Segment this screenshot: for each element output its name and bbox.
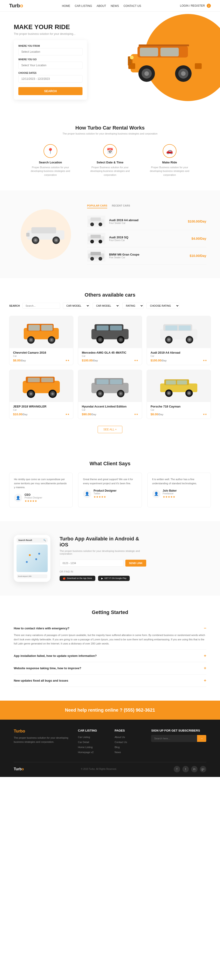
- author-role-3: Freelancer: [163, 492, 177, 495]
- app-store-badge[interactable]: 🍎 Download on the App Store: [60, 576, 95, 581]
- cars-search-input[interactable]: [22, 303, 60, 309]
- choose-rating-select[interactable]: CHOOSE RATING: [147, 302, 179, 309]
- social-googleplus-icon[interactable]: g+: [200, 766, 206, 772]
- car-card-5: Hyundai Accent Limited Edition Car $90.0…: [78, 370, 142, 419]
- app-desc: The proper business solution for your de…: [60, 550, 146, 555]
- login-link[interactable]: LOGIN / REGISTER: [180, 4, 205, 7]
- footer-logo: Turbo: [14, 729, 69, 733]
- car-card-img-3: [147, 316, 210, 348]
- svg-point-80: [51, 393, 54, 395]
- car-thumb-1: [87, 216, 105, 227]
- svg-rect-38: [91, 252, 101, 255]
- faq-toggle-4: +: [204, 678, 206, 683]
- car-card-img-6: [147, 370, 210, 402]
- nav-home[interactable]: HOME: [62, 4, 70, 8]
- map-dot-4: [38, 553, 40, 555]
- from-label: WHERE YOU FROM: [18, 45, 83, 47]
- car-card-footer-4: $10.00/Day ★★: [13, 412, 69, 416]
- faq-question-text-4: New updates fixed all bugs and issues: [14, 679, 68, 682]
- see-all-button[interactable]: SEE ALL +: [97, 426, 123, 433]
- testimonial-author-2: 👤 Product Designer Twitter ★★★★★: [83, 489, 137, 498]
- nav-contact[interactable]: CONTACT US: [124, 4, 141, 8]
- social-linkedin-icon[interactable]: in: [191, 766, 198, 772]
- cta-text: Need help renting online ? (555) 962-362…: [14, 708, 206, 713]
- nav-about[interactable]: ABOUT: [97, 4, 106, 8]
- newsletter-input[interactable]: [151, 735, 197, 742]
- social-twitter-icon[interactable]: t: [182, 766, 189, 772]
- apple-icon: 🍎: [63, 577, 65, 580]
- footer-link-about[interactable]: About Us: [115, 736, 125, 738]
- car-card-stars-4: ★★: [65, 413, 69, 415]
- car-card-img-2: [78, 316, 142, 348]
- step2-desc: Proper Business solution for your develo…: [87, 165, 133, 177]
- svg-rect-84: [110, 379, 122, 384]
- footer-link-car-listing[interactable]: Car Listing: [78, 736, 90, 738]
- car-card-type-3: Car: [151, 355, 207, 357]
- svg-rect-94: [177, 380, 187, 385]
- footer-link-homepage-v2[interactable]: Homepage v2: [78, 751, 94, 754]
- step1-title: Search Location: [27, 161, 73, 164]
- svg-point-90: [120, 393, 122, 395]
- faq-question-2[interactable]: App installation failed, how to update s…: [14, 654, 206, 658]
- to-input[interactable]: [18, 62, 83, 69]
- faq-item-2: App installation failed, how to update s…: [14, 650, 206, 662]
- faq-question-4[interactable]: New updates fixed all bugs and issues +: [14, 678, 206, 683]
- car-card-body-2: Mercedes-AMG GLA 45 4MATIC Car $100.00/D…: [78, 348, 142, 365]
- author-info-3: Julo Baker Freelancer ★★★★★: [163, 489, 177, 498]
- tab-recent-cars[interactable]: RECENT CARS: [112, 204, 130, 208]
- footer-link-news[interactable]: News: [115, 751, 121, 754]
- map-dot-3: [26, 561, 28, 563]
- faq-question-text-3: Website response taking time, how to imp…: [14, 667, 81, 670]
- dates-input[interactable]: [18, 75, 83, 83]
- to-group: WHERE YOU GO: [18, 58, 83, 69]
- car-model-select-2[interactable]: CAR MODEL: [92, 302, 120, 309]
- search-button[interactable]: SEARCH: [18, 87, 83, 95]
- faq-question-1[interactable]: How to contact riders with emergency? −: [14, 626, 206, 631]
- app-phone-field[interactable]: [60, 560, 124, 566]
- svg-point-31: [90, 223, 94, 226]
- cart-badge[interactable]: 2: [207, 4, 211, 8]
- how-step-2: 📅 Select Date & Time Proper Business sol…: [87, 144, 133, 177]
- how-works-title: How Turbo Car Rental Works: [9, 125, 211, 131]
- car-card-footer-3: $100.00/Day ★★: [151, 359, 207, 362]
- car-model-select-1[interactable]: CAR MODEL: [63, 302, 90, 309]
- nav-news[interactable]: NEWS: [111, 4, 119, 8]
- footer-link-blog[interactable]: Blog: [115, 746, 120, 749]
- select-date-icon: 📅: [103, 144, 117, 158]
- rating-select[interactable]: RATING: [123, 302, 144, 309]
- tab-popular-cars[interactable]: POPULAR CARS: [87, 204, 107, 208]
- footer: Turbo The proper business solution for y…: [0, 720, 220, 777]
- footer-link-car-detail[interactable]: Car Detail: [78, 741, 89, 743]
- car-card-body-5: Hyundai Accent Limited Edition Car $90.0…: [78, 402, 142, 419]
- social-facebook-icon[interactable]: f: [174, 766, 180, 772]
- car-card-footer-1: $8.00/Day ★★: [13, 359, 69, 362]
- testimonial-text-2: Great theme and great support! We use it…: [83, 477, 137, 485]
- how-steps-container: 📍 Search Location Proper Business soluti…: [9, 144, 211, 177]
- from-input[interactable]: [18, 48, 83, 56]
- car-card-footer-5: $90.00/Day ★★: [82, 412, 138, 416]
- cars-grid: Chevrolet Camaro 2016 Car $8.00/Day ★★: [9, 316, 211, 419]
- car-card-2: Mercedes-AMG GLA 45 4MATIC Car $100.00/D…: [78, 316, 142, 365]
- how-it-works-section: How Turbo Car Rental Works The proper bu…: [0, 111, 220, 191]
- map-dot-2: [35, 558, 37, 560]
- car-card-img-4: [10, 370, 73, 402]
- google-play-badge[interactable]: ▶ GET IT ON Google Play: [98, 576, 130, 581]
- testimonial-author-3: 👤 Julo Baker Freelancer ★★★★★: [152, 489, 206, 498]
- nav-car-listing[interactable]: CAR LISTING: [75, 4, 92, 8]
- car-card-name-2: Mercedes-AMG GLA 45 4MATIC: [82, 351, 138, 354]
- svg-point-18: [130, 56, 134, 59]
- svg-rect-44: [41, 325, 53, 331]
- svg-point-57: [99, 339, 101, 341]
- car-name-2: Audi 2019 SQ: [109, 235, 188, 239]
- svg-point-70: [188, 339, 190, 341]
- footer-link-contact[interactable]: Contact Us: [115, 741, 127, 743]
- testimonial-3: It is written well. The author has a fin…: [147, 473, 211, 508]
- svg-point-77: [30, 393, 32, 395]
- faq-question-3[interactable]: Website response taking time, how to imp…: [14, 666, 206, 671]
- search-location-icon: 📍: [43, 144, 57, 158]
- newsletter-submit[interactable]: →: [197, 735, 206, 742]
- cta-banner: Need help renting online ? (555) 962-362…: [0, 701, 220, 720]
- car-info-3: BMW M6 Gran Coupe Five Seater Car: [109, 253, 186, 259]
- send-link-button[interactable]: SEND LINK: [125, 560, 146, 566]
- footer-link-home-listing[interactable]: Home Listing: [78, 746, 92, 749]
